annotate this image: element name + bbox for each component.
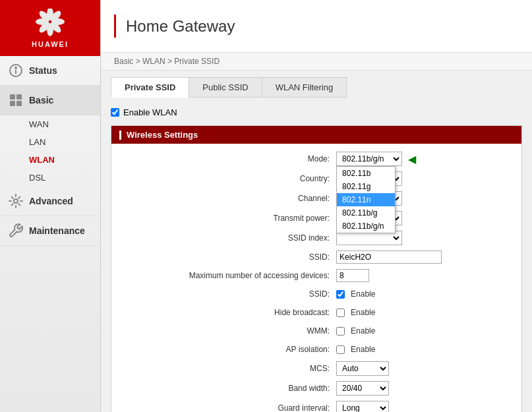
tab-bar: Private SSID Public SSID WLAN Filtering <box>111 77 522 98</box>
wmm-row: WMM: Enable <box>111 322 521 340</box>
tab-wlan-filtering[interactable]: WLAN Filtering <box>262 77 347 98</box>
wmm-label: WMM: <box>118 326 336 336</box>
hide-broadcast-value: Enable <box>336 308 515 317</box>
max-devices-value <box>336 269 515 282</box>
hide-broadcast-row: Hide broadcast: Enable <box>111 303 521 322</box>
tab-private-ssid[interactable]: Private SSID <box>111 77 189 98</box>
page-title: Home Gateway <box>126 17 235 36</box>
basic-icon <box>8 92 24 108</box>
wmm-checkbox[interactable] <box>336 327 345 336</box>
guard-interval-row: Guard interval: Long <box>111 398 521 412</box>
ssid-input[interactable] <box>336 250 442 264</box>
hide-broadcast-label: Hide broadcast: <box>118 308 336 317</box>
mode-select[interactable]: 802.11b/g/n <box>336 152 402 166</box>
option-802-11bg[interactable]: 802.11b/g <box>337 206 395 220</box>
ssid-enable-text: Enable <box>351 289 375 299</box>
max-devices-row: Maximum number of accessing devices: <box>111 266 521 285</box>
sidebar-item-maintenance[interactable]: Maintenance <box>0 216 100 246</box>
huawei-logo-icon <box>30 9 70 38</box>
ap-isolation-label: AP isolation: <box>118 345 336 354</box>
section-header: Wireless Settings <box>111 126 521 144</box>
sidebar: HUAWEI Status Basic WAN LAN WLAN DSL <box>0 0 101 412</box>
enable-wlan-label: Enable WLAN <box>123 107 177 117</box>
band-width-value: 20/40 <box>336 381 515 396</box>
ssid-index-label: SSID index: <box>118 233 336 243</box>
guard-interval-select[interactable]: Long <box>336 401 389 412</box>
sidebar-item-advanced-label: Advanced <box>29 196 73 206</box>
mode-dropdown-container: 802.11b/g/n 802.11b 802.11g 802.11n 802.… <box>336 152 402 166</box>
transmit-power-label: Transmit power: <box>118 214 336 223</box>
mode-dropdown-open: 802.11b 802.11g 802.11n 802.11b/g 802.11… <box>336 166 396 233</box>
ssid-text-label: SSID: <box>118 252 336 262</box>
option-802-11bgn[interactable]: 802.11b/g/n <box>337 220 395 233</box>
channel-row: Channel: <box>111 189 521 208</box>
mode-label: Mode: <box>118 154 336 163</box>
content-area: Private SSID Public SSID WLAN Filtering … <box>101 71 532 412</box>
guard-interval-label: Guard interval: <box>118 403 336 412</box>
svg-rect-10 <box>15 70 16 74</box>
sidebar-item-maintenance-label: Maintenance <box>29 225 85 236</box>
svg-point-15 <box>14 199 18 203</box>
band-width-row: Band width: 20/40 <box>111 378 521 398</box>
tab-public-ssid[interactable]: Public SSID <box>189 77 261 98</box>
ssid-index-row: SSID index: <box>111 228 521 248</box>
svg-point-9 <box>15 67 17 69</box>
svg-rect-14 <box>16 101 22 106</box>
ssid-text-row: SSID: <box>111 248 521 266</box>
ap-isolation-text: Enable <box>351 345 375 354</box>
sidebar-item-status-label: Status <box>29 65 57 76</box>
hide-broadcast-text: Enable <box>351 308 375 317</box>
option-802-11n[interactable]: 802.11n <box>337 193 395 206</box>
ssid-text-value <box>336 250 515 264</box>
header-divider <box>114 15 116 38</box>
sidebar-subitem-wlan[interactable]: WLAN <box>0 151 100 169</box>
maintenance-icon <box>8 223 24 239</box>
ap-isolation-value: Enable <box>336 345 515 354</box>
wmm-text: Enable <box>351 326 375 336</box>
guard-interval-value: Long <box>336 401 515 412</box>
band-width-select[interactable]: 20/40 <box>336 381 389 396</box>
band-width-label: Band width: <box>118 384 336 393</box>
mode-value: 802.11b/g/n 802.11b 802.11g 802.11n 802.… <box>336 152 515 166</box>
mcs-select[interactable]: Auto <box>336 361 389 376</box>
ssid-enable-checkbox[interactable] <box>336 290 345 299</box>
hide-broadcast-checkbox[interactable] <box>336 309 345 317</box>
ssid-enable-value: Enable <box>336 289 515 299</box>
mode-row: Mode: 802.11b/g/n 802.11b 802.11g 802.11… <box>111 149 521 169</box>
ssid-enable-row: SSID: Enable <box>111 285 521 303</box>
wireless-settings-section: Wireless Settings Mode: 802.11b/g/n 802.… <box>111 125 522 412</box>
enable-wlan-row: Enable WLAN <box>111 107 522 117</box>
svg-rect-11 <box>10 94 15 100</box>
country-label: Country: <box>118 174 336 183</box>
sidebar-subitem-lan[interactable]: LAN <box>0 133 100 151</box>
sidebar-item-status[interactable]: Status <box>0 56 100 86</box>
page-header: Home Gateway <box>101 0 532 53</box>
ap-isolation-row: AP isolation: Enable <box>111 340 521 359</box>
arrow-icon: ◀ <box>408 153 416 165</box>
sidebar-item-basic[interactable]: Basic <box>0 86 100 115</box>
form-table: Mode: 802.11b/g/n 802.11b 802.11g 802.11… <box>111 144 521 412</box>
country-row: Country: <box>111 169 521 189</box>
option-802-11g[interactable]: 802.11g <box>337 180 395 193</box>
brand-name: HUAWEI <box>32 40 69 48</box>
svg-rect-12 <box>16 94 22 100</box>
wmm-value: Enable <box>336 326 515 336</box>
enable-wlan-checkbox[interactable] <box>111 108 119 117</box>
main-content: Home Gateway Basic > WLAN > Private SSID… <box>101 0 532 412</box>
max-devices-input[interactable] <box>336 269 369 282</box>
status-icon <box>8 63 24 78</box>
ap-isolation-checkbox[interactable] <box>336 345 345 354</box>
sidebar-subitem-dsl[interactable]: DSL <box>0 169 100 187</box>
ssid-enable-label: SSID: <box>118 289 336 299</box>
sidebar-item-basic-label: Basic <box>29 95 53 105</box>
sidebar-subitem-wan[interactable]: WAN <box>0 115 100 133</box>
transmit-power-row: Transmit power: <box>111 208 521 228</box>
advanced-icon <box>8 193 24 209</box>
mcs-value: Auto <box>336 361 515 376</box>
channel-label: Channel: <box>118 194 336 203</box>
mcs-label: MCS: <box>118 364 336 373</box>
option-802-11b[interactable]: 802.11b <box>337 167 395 180</box>
sidebar-item-advanced[interactable]: Advanced <box>0 187 100 216</box>
max-devices-label: Maximum number of accessing devices: <box>118 271 336 280</box>
logo-area: HUAWEI <box>0 0 100 56</box>
